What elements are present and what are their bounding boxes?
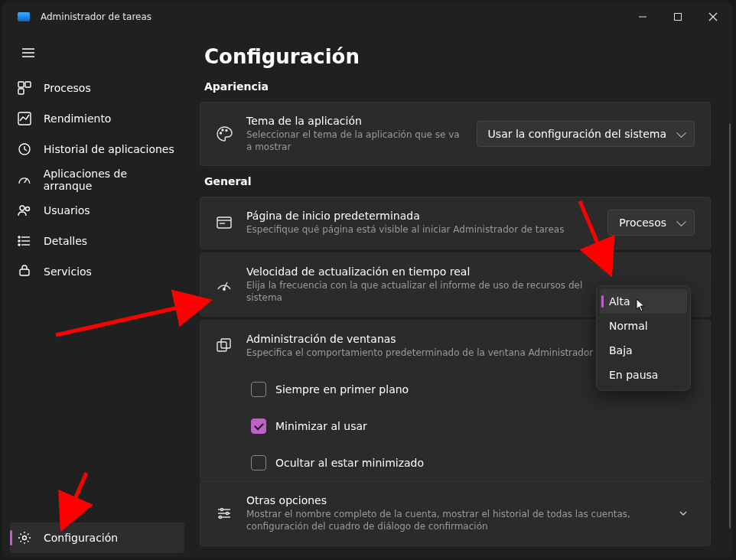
section-general: General: [204, 175, 711, 187]
dropdown-option-alta[interactable]: Alta: [600, 289, 687, 314]
svg-rect-7: [18, 82, 24, 87]
gear-icon: [18, 531, 31, 545]
sidebar-item-services[interactable]: Servicios: [10, 256, 184, 287]
svg-point-30: [223, 288, 225, 290]
hamburger-button[interactable]: [13, 39, 44, 67]
page-icon: [216, 214, 233, 231]
card-default-page: Página de inicio predeterminada Especifi…: [200, 197, 711, 249]
windows-icon: [216, 337, 233, 354]
card-app-theme: Tema de la aplicación Seleccionar el tem…: [200, 102, 711, 166]
sidebar-item-label: Procesos: [44, 82, 91, 94]
dropdown-option-normal[interactable]: Normal: [600, 314, 687, 338]
svg-point-22: [23, 536, 27, 540]
checkbox-always-on-top[interactable]: [251, 382, 266, 397]
svg-point-24: [222, 129, 223, 131]
grid-icon: [18, 81, 31, 95]
sliders-icon: [216, 505, 233, 522]
card-desc: Mostrar el nombre completo de la cuenta,…: [246, 508, 658, 532]
default-page-select[interactable]: Procesos: [607, 210, 695, 236]
sidebar-item-performance[interactable]: Rendimiento: [10, 103, 184, 134]
gauge-icon: [18, 173, 31, 187]
maximize-button[interactable]: [660, 5, 695, 29]
svg-rect-9: [18, 89, 24, 94]
task-manager-window: Administrador de tareas Procesos: [2, 2, 732, 558]
sidebar-item-processes[interactable]: Procesos: [10, 73, 184, 103]
svg-point-36: [221, 509, 223, 511]
sidebar-item-label: Historial de aplicaciones: [44, 143, 174, 155]
page-title: Configuración: [204, 45, 711, 68]
section-appearance: Apariencia: [204, 80, 711, 93]
app-title: Administrador de tareas: [41, 11, 151, 22]
chart-icon: [18, 112, 31, 125]
checkbox-label: Ocultar al estar minimizado: [275, 457, 424, 469]
select-value: Usar la configuración del sistema: [488, 128, 666, 140]
svg-point-37: [226, 513, 229, 515]
card-other-options[interactable]: Otras opciones Mostrar el nombre complet…: [200, 481, 711, 545]
card-title: Velocidad de actualización en tiempo rea…: [246, 265, 589, 278]
sidebar-item-label: Servicios: [44, 265, 92, 278]
svg-rect-1: [675, 14, 682, 21]
refresh-rate-dropdown: Alta Normal Baja En pausa: [596, 285, 691, 391]
card-desc: Elija la frecuencia con la que actualiza…: [246, 279, 589, 304]
sidebar-item-startup[interactable]: Aplicaciones de arranque: [10, 164, 184, 195]
minimize-button[interactable]: [625, 5, 660, 29]
dropdown-option-baja[interactable]: Baja: [600, 338, 687, 363]
close-button[interactable]: [695, 5, 731, 29]
speedometer-icon: [216, 276, 233, 293]
titlebar: Administrador de tareas: [2, 2, 732, 31]
sub-hide-when-min: Ocultar al estar minimizado: [200, 444, 711, 481]
svg-rect-21: [20, 269, 29, 275]
svg-point-38: [220, 516, 222, 519]
app-icon: [18, 12, 30, 21]
card-title: Tema de la aplicación: [246, 115, 463, 127]
card-title: Página de inicio predeterminada: [246, 210, 594, 222]
sidebar-item-label: Detalles: [44, 235, 87, 247]
select-value: Procesos: [619, 217, 666, 229]
svg-point-19: [18, 240, 20, 242]
sidebar-item-details[interactable]: Detalles: [10, 226, 184, 256]
sub-minimize-on-use: Minimizar al usar: [200, 408, 711, 444]
chevron-down-icon: [672, 502, 695, 525]
users-icon: [18, 203, 31, 217]
sidebar-item-label: Configuración: [44, 532, 118, 544]
theme-select[interactable]: Usar la configuración del sistema: [477, 121, 695, 147]
sidebar-item-settings[interactable]: Configuración: [10, 523, 184, 553]
dropdown-option-enpausa[interactable]: En pausa: [600, 363, 687, 387]
checkbox-minimize-on-use[interactable]: [251, 418, 266, 434]
checkbox-hide-when-min[interactable]: [251, 455, 266, 470]
svg-rect-32: [221, 339, 230, 348]
sidebar: Procesos Rendimiento Historial de aplica…: [2, 31, 192, 558]
svg-point-25: [226, 130, 227, 132]
svg-point-20: [18, 244, 20, 246]
checkbox-label: Minimizar al usar: [275, 420, 367, 432]
services-icon: [18, 265, 31, 278]
history-icon: [18, 142, 31, 156]
card-title: Otras opciones: [246, 494, 658, 506]
scrollbar[interactable]: [729, 123, 731, 529]
sidebar-item-history[interactable]: Historial de aplicaciones: [10, 134, 184, 164]
sidebar-item-label: Usuarios: [44, 204, 90, 217]
svg-point-14: [26, 207, 30, 211]
svg-rect-31: [217, 342, 226, 351]
card-desc: Seleccionar el tema de la aplicación que…: [246, 129, 463, 153]
sidebar-item-label: Rendimiento: [44, 112, 111, 125]
svg-point-13: [20, 206, 24, 210]
card-desc: Especifique qué página está visible al i…: [246, 223, 594, 236]
svg-rect-8: [25, 82, 31, 87]
svg-point-23: [220, 132, 222, 134]
palette-icon: [216, 125, 233, 142]
checkbox-label: Siempre en primer plano: [275, 383, 409, 396]
sidebar-item-label: Aplicaciones de arranque: [44, 168, 177, 192]
list-icon: [18, 234, 31, 248]
svg-rect-26: [217, 217, 231, 228]
svg-point-18: [18, 236, 20, 238]
sidebar-item-users[interactable]: Usuarios: [10, 195, 184, 226]
